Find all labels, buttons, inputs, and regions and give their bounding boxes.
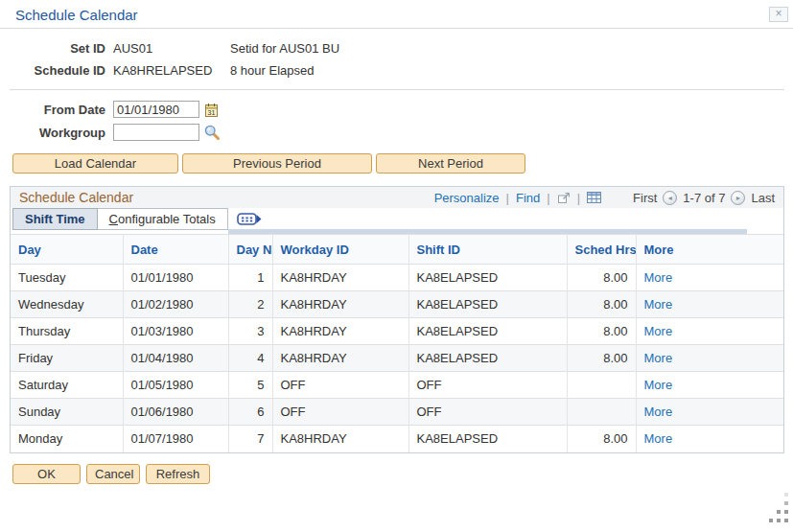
cell-workday-id: OFF bbox=[272, 399, 408, 426]
col-header-workday-id[interactable]: Workday ID bbox=[272, 235, 408, 265]
cell-day-nbr: 7 bbox=[228, 426, 272, 452]
cell-shift-id: KA8ELAPSED bbox=[408, 318, 567, 345]
cell-shift-id: KA8ELAPSED bbox=[408, 426, 567, 452]
footer-actions: OK Cancel Refresh bbox=[12, 464, 793, 484]
schedule-calendar-grid: Schedule Calendar Personalize | Find | | bbox=[10, 186, 784, 453]
calendar-icon[interactable]: 31 bbox=[203, 102, 220, 118]
more-link[interactable]: More bbox=[644, 297, 673, 312]
cell-workday-id: KA8HRDAY bbox=[272, 345, 408, 372]
tab-shift-time[interactable]: Shift Time bbox=[12, 208, 98, 230]
setid-label: Set ID bbox=[15, 41, 105, 56]
workgroup-label: Workgroup bbox=[15, 126, 105, 140]
cell-day-nbr: 3 bbox=[228, 318, 272, 345]
pager-last[interactable]: Last bbox=[751, 191, 775, 205]
schedule-id-value: KA8HRELAPSED bbox=[113, 63, 226, 78]
load-calendar-button[interactable]: Load Calendar bbox=[12, 153, 178, 173]
next-page-icon[interactable]: ► bbox=[731, 191, 745, 205]
workgroup-row: Workgroup bbox=[0, 121, 793, 144]
cell-sched-hrs: 8.00 bbox=[567, 345, 636, 372]
cell-sched-hrs bbox=[567, 372, 636, 399]
from-date-input[interactable] bbox=[113, 101, 199, 118]
close-icon[interactable]: × bbox=[769, 7, 788, 22]
download-grid-icon[interactable] bbox=[587, 192, 601, 203]
cell-shift-id: KA8ELAPSED bbox=[408, 291, 567, 318]
cell-date: 01/04/1980 bbox=[123, 345, 228, 372]
cell-workday-id: KA8HRDAY bbox=[272, 318, 408, 345]
cell-date: 01/06/1980 bbox=[123, 399, 228, 426]
cell-shift-id: KA8ELAPSED bbox=[408, 265, 567, 291]
title-bar: Schedule Calendar × bbox=[0, 0, 793, 28]
section-divider bbox=[10, 89, 784, 90]
table-header-row: Day Date Day Nbr Workday ID Shift ID Sch… bbox=[11, 235, 783, 265]
from-date-label: From Date bbox=[15, 103, 105, 117]
cell-day-nbr: 4 bbox=[228, 345, 272, 372]
cell-date: 01/01/1980 bbox=[123, 265, 228, 291]
col-header-shift-id[interactable]: Shift ID bbox=[408, 235, 567, 265]
cell-workday-id: KA8HRDAY bbox=[272, 265, 408, 291]
refresh-button[interactable]: Refresh bbox=[146, 464, 210, 484]
view-all-popup-icon[interactable] bbox=[557, 192, 571, 204]
prev-page-icon[interactable]: ◄ bbox=[663, 191, 677, 205]
col-header-more[interactable]: More bbox=[636, 235, 783, 265]
cell-date: 01/07/1980 bbox=[123, 426, 228, 452]
schedule-id-label: Schedule ID bbox=[15, 63, 105, 78]
tab-strip-filler bbox=[228, 208, 783, 234]
more-link[interactable]: More bbox=[644, 405, 673, 419]
grid-toolbar: Personalize | Find | | bbox=[434, 191, 775, 205]
col-header-date[interactable]: Date bbox=[123, 235, 228, 265]
toolbar-separator: | bbox=[577, 191, 580, 205]
grid-navbar: Schedule Calendar Personalize | Find | | bbox=[11, 187, 783, 208]
personalize-link[interactable]: Personalize bbox=[434, 191, 500, 205]
svg-text:31: 31 bbox=[208, 108, 216, 115]
cell-day-nbr: 1 bbox=[228, 265, 272, 291]
setid-row: Set ID AUS01 Setid for AUS01 BU bbox=[0, 37, 793, 59]
grid-tab-strip: Shift Time Configurable Totals bbox=[11, 208, 783, 234]
col-header-day[interactable]: Day bbox=[11, 235, 123, 265]
cell-day-nbr: 6 bbox=[228, 399, 272, 426]
cell-day: Friday bbox=[11, 345, 123, 372]
workgroup-input[interactable] bbox=[113, 124, 199, 141]
more-link[interactable]: More bbox=[644, 431, 673, 446]
pager-range: 1-7 of 7 bbox=[683, 191, 725, 205]
find-link[interactable]: Find bbox=[516, 191, 540, 205]
cancel-button[interactable]: Cancel bbox=[86, 464, 140, 484]
from-date-row: From Date 31 bbox=[0, 98, 793, 121]
more-link[interactable]: More bbox=[644, 351, 673, 365]
cell-day: Monday bbox=[11, 426, 123, 452]
more-link[interactable]: More bbox=[644, 378, 673, 392]
cell-date: 01/05/1980 bbox=[123, 372, 228, 399]
toolbar-separator: | bbox=[547, 191, 549, 205]
cell-day: Thursday bbox=[11, 318, 123, 345]
cell-sched-hrs: 8.00 bbox=[567, 291, 636, 318]
page-title: Schedule Calendar bbox=[15, 7, 138, 23]
show-all-columns-icon[interactable] bbox=[237, 212, 263, 227]
title-divider bbox=[0, 28, 793, 29]
more-link[interactable]: More bbox=[644, 324, 673, 338]
cell-shift-id: OFF bbox=[408, 399, 567, 426]
col-header-day-nbr[interactable]: Day Nbr bbox=[228, 235, 272, 265]
schedule-id-row: Schedule ID KA8HRELAPSED 8 hour Elapsed bbox=[0, 59, 793, 81]
next-period-button[interactable]: Next Period bbox=[376, 153, 525, 173]
cell-day-nbr: 2 bbox=[228, 291, 272, 318]
setid-description: Setid for AUS01 BU bbox=[230, 41, 339, 56]
cell-workday-id: KA8HRDAY bbox=[272, 291, 408, 318]
cell-day-nbr: 5 bbox=[228, 372, 272, 399]
form-section: From Date 31 Workgroup bbox=[0, 98, 793, 144]
more-link[interactable]: More bbox=[644, 270, 673, 285]
pager-first[interactable]: First bbox=[633, 191, 657, 205]
col-header-sched-hrs[interactable]: Sched Hrs bbox=[567, 235, 636, 265]
schedule-table: Day Date Day Nbr Workday ID Shift ID Sch… bbox=[11, 234, 783, 452]
resize-grip-icon[interactable] bbox=[784, 519, 788, 522]
previous-period-button[interactable]: Previous Period bbox=[182, 153, 372, 173]
ok-button[interactable]: OK bbox=[12, 464, 81, 484]
cell-day: Tuesday bbox=[11, 265, 123, 291]
table-row: Saturday 01/05/1980 5 OFF OFF More bbox=[11, 372, 783, 399]
table-row: Monday 01/07/1980 7 KA8HRDAY KA8ELAPSED … bbox=[11, 426, 783, 452]
cell-sched-hrs bbox=[567, 399, 636, 426]
tab-configurable-totals[interactable]: Configurable Totals bbox=[98, 208, 228, 230]
cell-day: Saturday bbox=[11, 372, 123, 399]
lookup-icon[interactable] bbox=[203, 124, 221, 141]
cell-sched-hrs: 8.00 bbox=[567, 426, 636, 452]
cell-day: Sunday bbox=[11, 399, 123, 426]
grid-pager: First ◄ 1-7 of 7 ► Last bbox=[633, 191, 775, 205]
